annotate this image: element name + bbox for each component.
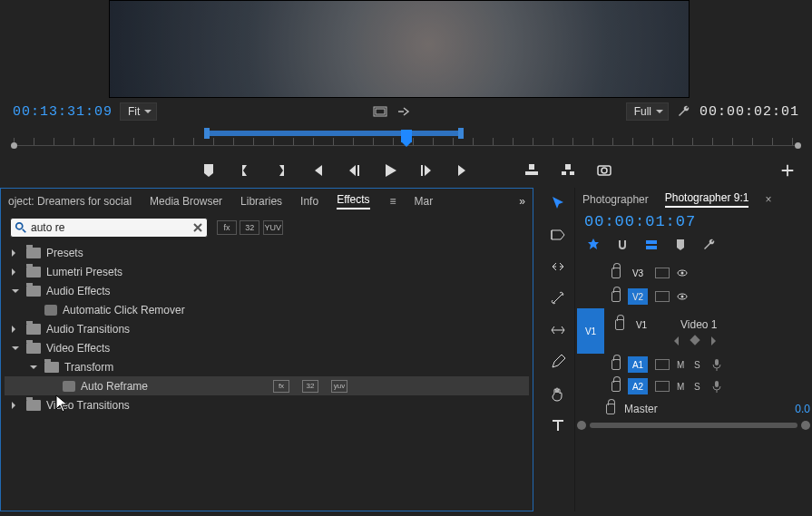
- extract-icon[interactable]: [560, 162, 576, 179]
- toggle-track-output-icon[interactable]: [677, 268, 688, 278]
- pen-tool-icon[interactable]: [550, 354, 566, 373]
- tab-effects[interactable]: Effects: [337, 193, 369, 209]
- toggle-track-output-icon[interactable]: [677, 291, 688, 302]
- zoom-dropdown[interactable]: Fit: [120, 102, 157, 121]
- keyframe-diamond-icon[interactable]: [690, 335, 699, 345]
- lock-icon[interactable]: [611, 291, 621, 302]
- lock-icon[interactable]: [615, 319, 624, 330]
- tree-item[interactable]: Video Transitions: [5, 395, 529, 414]
- tab-mar[interactable]: Mar: [415, 195, 434, 208]
- tab-info[interactable]: Info: [300, 195, 318, 208]
- tree-item[interactable]: Video Effects: [5, 338, 529, 357]
- type-tool-icon[interactable]: [550, 417, 566, 436]
- filter-chip-fx[interactable]: fx: [217, 220, 237, 235]
- mark-out-icon[interactable]: [273, 162, 289, 179]
- expand-arrow-icon[interactable]: [28, 361, 39, 374]
- selection-tool-icon[interactable]: [550, 195, 566, 214]
- audio-track-header[interactable]: A2M S: [577, 375, 810, 397]
- sync-lock-icon[interactable]: [655, 381, 670, 392]
- track-target[interactable]: A1: [628, 356, 648, 373]
- mute-solo[interactable]: M S: [677, 360, 704, 370]
- expand-arrow-icon[interactable]: [10, 399, 21, 412]
- prev-keyframe-icon[interactable]: [670, 336, 679, 346]
- panel-menu-icon[interactable]: ≡: [390, 195, 396, 208]
- master-value[interactable]: 0.0: [795, 403, 810, 415]
- v1-target[interactable]: V1: [631, 316, 651, 333]
- audio-track-header[interactable]: A1M S: [577, 354, 810, 375]
- track-select-tool-icon[interactable]: [550, 227, 566, 246]
- snap-icon[interactable]: [615, 238, 630, 252]
- timeline-timecode[interactable]: 00:00:01:07: [584, 213, 696, 230]
- playhead-icon[interactable]: [401, 130, 412, 142]
- timeline-settings-wrench-icon[interactable]: [702, 238, 717, 252]
- sync-lock-icon[interactable]: [655, 268, 670, 278]
- tab-libraries[interactable]: Libraries: [240, 195, 282, 208]
- track-target[interactable]: V2: [628, 288, 648, 305]
- filter-chip-YUV[interactable]: YUV: [263, 220, 283, 235]
- filter-chip-32[interactable]: 32: [240, 220, 259, 235]
- expand-arrow-icon[interactable]: [10, 323, 21, 336]
- video-track-header[interactable]: V3: [577, 261, 810, 285]
- go-to-out-icon[interactable]: [455, 162, 471, 179]
- safe-margins-icon[interactable]: [372, 103, 388, 120]
- clear-search-icon[interactable]: [192, 222, 203, 233]
- tree-item[interactable]: Lumetri Presets: [5, 262, 529, 281]
- razor-tool-icon[interactable]: [550, 290, 566, 309]
- hand-tool-icon[interactable]: [550, 385, 566, 404]
- sequence-tab[interactable]: Photographer 9:1: [665, 191, 749, 208]
- effects-tree[interactable]: PresetsLumetri PresetsAudio EffectsAutom…: [1, 241, 533, 511]
- go-to-in-icon[interactable]: [309, 162, 326, 179]
- close-tab-icon[interactable]: ×: [765, 193, 771, 206]
- settings-wrench-icon[interactable]: [676, 103, 692, 120]
- next-keyframe-icon[interactable]: [711, 336, 720, 346]
- expand-arrow-icon[interactable]: [10, 247, 21, 259]
- mute-solo[interactable]: M S: [677, 382, 704, 392]
- track-target[interactable]: A2: [628, 378, 648, 394]
- button-editor-icon[interactable]: [779, 162, 796, 179]
- nest-sequence-icon[interactable]: [586, 238, 601, 252]
- mark-in-icon[interactable]: [237, 162, 253, 179]
- tree-item[interactable]: Audio Transitions: [5, 319, 529, 338]
- timeline-hscroll[interactable]: [577, 419, 810, 432]
- effects-search[interactable]: [10, 218, 208, 238]
- export-frame-icon[interactable]: [596, 162, 612, 179]
- sync-lock-icon[interactable]: [655, 359, 670, 370]
- tab-oject-dreamers-for-social[interactable]: oject: Dreamers for social: [8, 195, 132, 208]
- add-marker-timeline-icon[interactable]: [673, 238, 688, 252]
- linked-selection-icon[interactable]: [644, 238, 659, 252]
- expand-arrow-icon[interactable]: [10, 342, 21, 355]
- monitor-timeline-ruler[interactable]: [0, 125, 812, 157]
- tabs-overflow-icon[interactable]: »: [519, 195, 525, 208]
- source-timecode[interactable]: 00:13:31:09: [13, 104, 113, 120]
- sequence-tab[interactable]: Photographer: [582, 193, 649, 206]
- tree-item[interactable]: Automatic Click Remover: [5, 300, 529, 319]
- play-icon[interactable]: [382, 162, 398, 179]
- tree-item[interactable]: Auto Reframefx32yuv: [5, 376, 529, 395]
- step-back-icon[interactable]: [346, 162, 362, 179]
- lock-icon[interactable]: [611, 381, 621, 392]
- sync-lock-icon[interactable]: [655, 291, 670, 302]
- program-timecode[interactable]: 00:00:02:01: [699, 104, 799, 120]
- add-marker-icon[interactable]: [201, 162, 217, 179]
- lift-icon[interactable]: [523, 162, 540, 179]
- work-area-bar[interactable]: [207, 131, 461, 136]
- voiceover-mic-icon[interactable]: [711, 380, 722, 393]
- lock-icon[interactable]: [606, 404, 615, 414]
- v1-source-patch[interactable]: V1: [577, 308, 604, 354]
- tab-media-browser[interactable]: Media Browser: [150, 195, 222, 208]
- video-track-header[interactable]: V2: [577, 285, 810, 308]
- tree-item[interactable]: Presets: [5, 243, 529, 262]
- ripple-edit-tool-icon[interactable]: [550, 258, 566, 277]
- expand-arrow-icon[interactable]: [10, 285, 21, 297]
- resolution-dropdown[interactable]: Full: [626, 102, 669, 121]
- track-target[interactable]: V3: [628, 265, 648, 281]
- output-icon[interactable]: [396, 103, 412, 120]
- lock-icon[interactable]: [611, 268, 621, 278]
- search-input[interactable]: [27, 221, 192, 234]
- lock-icon[interactable]: [611, 359, 621, 370]
- voiceover-mic-icon[interactable]: [711, 358, 722, 371]
- tree-item[interactable]: Transform: [5, 357, 529, 376]
- step-forward-icon[interactable]: [418, 162, 435, 179]
- expand-arrow-icon[interactable]: [10, 266, 21, 278]
- tree-item[interactable]: Audio Effects: [5, 281, 529, 300]
